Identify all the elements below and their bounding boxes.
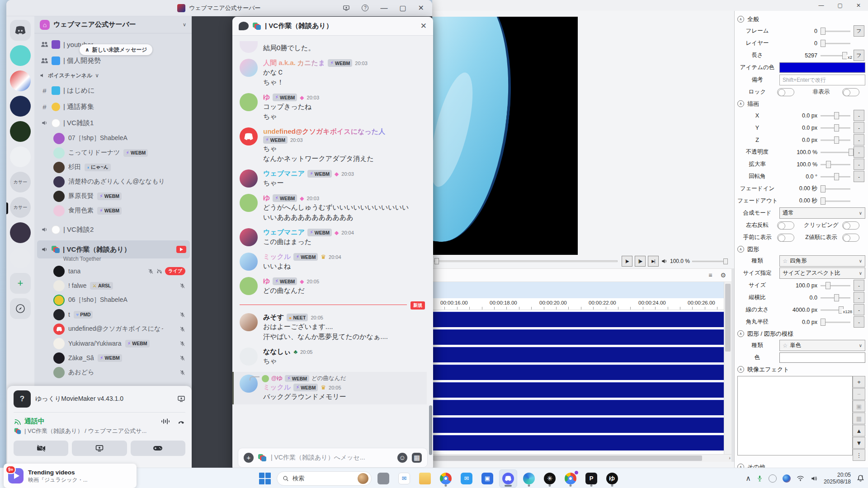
zoom-slider[interactable] bbox=[820, 160, 851, 169]
lock-toggle[interactable] bbox=[777, 88, 794, 96]
voice-member[interactable]: 06［!sho］ShabeleA bbox=[37, 293, 190, 307]
chat-scrollbar[interactable] bbox=[429, 405, 432, 455]
chat-message[interactable]: ななしぃ♣20:05 ちゃ bbox=[240, 347, 427, 366]
taskbar-app-pntp[interactable]: P bbox=[582, 469, 600, 488]
shape-type-select[interactable]: ☆四角形∨ bbox=[779, 255, 865, 267]
voice-member[interactable]: Zàkø_Sâ⚡WEBM bbox=[37, 351, 190, 365]
chat-message[interactable]: 結局0勝でした。 bbox=[240, 41, 427, 53]
timeline-vertical-scrollbar[interactable] bbox=[724, 282, 731, 454]
aspect-slider[interactable] bbox=[820, 293, 851, 302]
blend-mode-select[interactable]: 通常∨ bbox=[779, 207, 865, 219]
discord-home-button[interactable] bbox=[10, 20, 31, 41]
chat-message[interactable]: ゆ⚡WEBM◆20:05 どの曲なんだ bbox=[240, 277, 427, 296]
voice-member[interactable]: 豚原長賢⚡WEBM bbox=[37, 189, 190, 203]
voice-member[interactable]: undefined@クソガキボイスになっ... bbox=[37, 322, 190, 336]
pattern-color-swatch[interactable] bbox=[779, 352, 865, 363]
voice-member[interactable]: あおどら bbox=[37, 365, 190, 380]
explore-servers-button[interactable] bbox=[10, 298, 31, 319]
section-effects[interactable]: ∧映像エフェクト bbox=[737, 364, 865, 375]
line-width-slider[interactable]: x128 bbox=[820, 305, 851, 314]
chat-message[interactable]: ウェブマニア⚡WEBM◆20:03 ちゃー bbox=[240, 169, 427, 188]
frame-slider[interactable] bbox=[820, 27, 851, 36]
effect-save-button[interactable]: ▦ bbox=[853, 413, 865, 424]
effect-add-button[interactable]: + bbox=[853, 376, 865, 388]
effect-more-button[interactable]: ⋮ bbox=[853, 449, 865, 461]
timeline-ruler[interactable]: 00:00:16.00 00:00:18.00 00:00:20.00 00:0… bbox=[432, 298, 724, 310]
size-slider[interactable] bbox=[820, 281, 851, 290]
voice-member[interactable]: ! falwe⚔ARSL bbox=[37, 278, 190, 293]
username[interactable]: ななしぃ bbox=[263, 347, 291, 356]
chat-message-highlighted[interactable]: @ゆ⚡WEBMどの曲なんだ ミックル⚡WEBM♛20:05 バックグラウンドメモ… bbox=[232, 372, 427, 404]
length-expand-button[interactable]: フ bbox=[854, 50, 864, 61]
channel-vc-zatsudan1[interactable]: | VC雑談1 bbox=[37, 115, 190, 131]
notification-toast[interactable]: 9+ Trending videos 映画『ジュラシック・... bbox=[4, 464, 137, 488]
maximize-icon[interactable]: ▢ bbox=[838, 2, 843, 9]
timeline-item[interactable] bbox=[432, 312, 724, 327]
gif-game-icon[interactable]: ▦ bbox=[412, 453, 422, 463]
section-voice-channels[interactable]: ボイスチャンネル∨ bbox=[37, 69, 190, 82]
flip-toggle[interactable] bbox=[777, 221, 794, 230]
emoji-icon[interactable]: ☺ bbox=[397, 453, 407, 463]
close-icon[interactable]: ✕ bbox=[418, 4, 424, 12]
username[interactable]: ミックル bbox=[263, 253, 291, 261]
tray-mic-icon[interactable] bbox=[757, 475, 763, 482]
taskbar-app-store[interactable]: ▣ bbox=[478, 469, 496, 488]
frame-expand-button[interactable]: フ bbox=[854, 25, 864, 37]
voice-activity-icon[interactable] bbox=[161, 418, 170, 425]
layer-slider[interactable] bbox=[820, 39, 851, 48]
fadeout-slider[interactable] bbox=[820, 197, 851, 206]
stream-activity-icon[interactable] bbox=[177, 395, 185, 403]
search-input[interactable]: 検索 bbox=[277, 471, 372, 486]
effect-remove-button[interactable]: − bbox=[853, 388, 865, 400]
timeline-item[interactable] bbox=[432, 400, 724, 415]
voice-channel-location[interactable]: | VC作業（雑談あり） / ウェブマニア公式サ... bbox=[14, 427, 185, 435]
z-slider[interactable] bbox=[820, 136, 851, 145]
section-general[interactable]: ∧全般 bbox=[737, 14, 865, 25]
x-slider[interactable] bbox=[820, 111, 851, 120]
voice-member[interactable]: Yukiwara/Yukiwara⚡WEBM bbox=[37, 336, 190, 351]
seek-slider[interactable] bbox=[434, 260, 618, 262]
taskbar-app-explorer[interactable] bbox=[416, 469, 434, 488]
y-slider[interactable] bbox=[820, 123, 851, 132]
tray-weather-ball-icon[interactable] bbox=[783, 474, 791, 483]
section-draw[interactable]: ∧描画 bbox=[737, 98, 865, 109]
attach-plus-icon[interactable]: + bbox=[244, 453, 254, 463]
timeline-item[interactable] bbox=[432, 435, 724, 450]
username[interactable]: ウェブマニア bbox=[263, 169, 305, 178]
taskbar-app-ymm[interactable]: ゆ bbox=[603, 469, 621, 488]
server-icon[interactable] bbox=[10, 222, 31, 243]
timeline-item[interactable] bbox=[432, 382, 724, 398]
username[interactable]: ゆ bbox=[263, 93, 270, 102]
volume-slider[interactable] bbox=[692, 261, 727, 262]
server-icon[interactable]: カサー bbox=[10, 172, 31, 192]
message-input[interactable]: | VC作業（雑談あり）へメッセ... bbox=[271, 454, 393, 462]
taskbar-app-edge[interactable] bbox=[520, 469, 538, 488]
rotation-slider[interactable] bbox=[820, 172, 851, 181]
length-slider[interactable]: x2 bbox=[820, 51, 851, 60]
effect-down-button[interactable]: ▼ bbox=[853, 437, 865, 449]
clipping-toggle[interactable] bbox=[842, 221, 859, 230]
chat-message[interactable]: みそす●NEET20:05 おはよーございます.... 汗やばい、なんか悪夢見て… bbox=[240, 313, 427, 342]
rotation-animation-button[interactable]: - bbox=[854, 171, 864, 182]
chat-message[interactable]: ウェブマニア⚡WEBM◆20:04 この曲はまった bbox=[240, 228, 427, 247]
fadein-slider[interactable] bbox=[820, 184, 851, 193]
aspect-animation-button[interactable]: - bbox=[854, 292, 864, 303]
menu-icon[interactable]: ≡ bbox=[708, 272, 712, 279]
voice-member[interactable]: t♥PMD bbox=[37, 307, 190, 322]
username[interactable]: 人間 a.k.a. カニたま bbox=[263, 59, 325, 67]
taskbar-app-outlook[interactable]: ✉ bbox=[458, 469, 476, 488]
server-icon[interactable] bbox=[10, 96, 31, 117]
opacity-slider[interactable] bbox=[820, 148, 851, 157]
taskbar-clock[interactable]: 20:05 2025/08/18 bbox=[824, 472, 851, 485]
server-icon[interactable] bbox=[10, 45, 31, 66]
timeline-item[interactable] bbox=[432, 418, 724, 433]
x-animation-button[interactable]: - bbox=[854, 110, 864, 121]
server-icon[interactable] bbox=[10, 146, 31, 167]
zoom-animation-button[interactable]: - bbox=[854, 159, 864, 170]
voice-member[interactable]: 07［!shp］ShabeleA bbox=[37, 131, 190, 145]
username[interactable]: みそす bbox=[263, 313, 284, 322]
username[interactable]: ゆ bbox=[263, 194, 270, 202]
minimize-icon[interactable]: — bbox=[819, 2, 824, 9]
taskbar-app-discord-active[interactable] bbox=[499, 469, 517, 488]
timeline-tracks[interactable] bbox=[432, 310, 724, 454]
